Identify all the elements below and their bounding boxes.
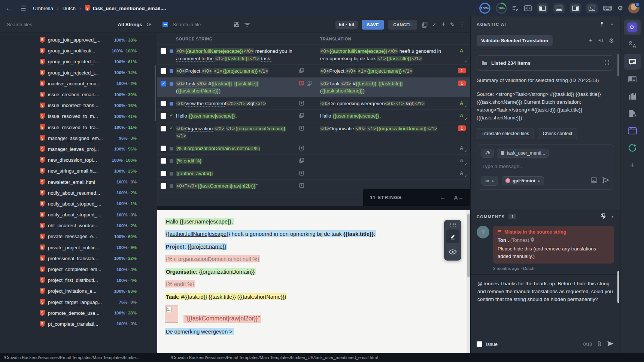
agentic-ai-tab[interactable]: ⟳ xyxy=(624,19,641,35)
file-list-item[interactable]: 5notify_about_stopped_...100%·0% xyxy=(0,209,157,220)
expand-icon[interactable] xyxy=(605,60,609,66)
select-all-checkbox[interactable] xyxy=(162,22,168,27)
console-button[interactable] xyxy=(586,3,598,13)
source-string-cell[interactable]: {% if organizationDomain is not null %} xyxy=(176,145,299,152)
preview-scrollbar-track[interactable] xyxy=(467,210,470,353)
issue-checkbox[interactable] xyxy=(477,341,482,347)
file-list-item[interactable]: 5project_completed_em...100%·4% xyxy=(0,264,157,275)
filter-icon[interactable] xyxy=(244,22,250,27)
proofread-icon[interactable] xyxy=(512,5,519,11)
side-by-side-view-icon[interactable] xyxy=(524,5,532,11)
ai-assist-tab[interactable] xyxy=(624,140,641,156)
save-button[interactable]: SAVE xyxy=(362,20,384,30)
ai-action-dropdown[interactable]: Validate Selected Translation xyxy=(477,35,553,46)
translation-cell[interactable]: <0>Taak:</0> #{{task.id}} {{task.title}}… xyxy=(320,80,453,95)
context-mode-dropdown[interactable]: ∞ ▲ xyxy=(482,176,498,186)
source-string-cell[interactable]: <0>View the Comment</0><1> &gt;</1> xyxy=(176,100,299,107)
issues-count-badge[interactable]: 1 xyxy=(458,80,466,86)
commenter-name[interactable]: Ton . xyxy=(498,237,509,243)
source-string-cell[interactable]: Hello {{user.name|escape}}, xyxy=(176,112,299,120)
file-list-item[interactable]: 5issue_creation_email....100%·39% xyxy=(0,89,157,100)
file-list-item[interactable]: 5promote_demote_use...100%·38% xyxy=(0,308,157,319)
file-info-tab[interactable]: i xyxy=(624,106,641,121)
source-string-cell[interactable]: <0>Task:</0> #{{task.id}} {{task.title}}… xyxy=(176,80,299,95)
comments-scrollbar[interactable] xyxy=(617,271,619,303)
add-string-icon[interactable]: + xyxy=(441,21,446,28)
listed-items-card[interactable]: Listed 234 items xyxy=(477,55,614,71)
layout-right-panel-button[interactable] xyxy=(570,3,581,13)
file-list-item[interactable]: 5issue_resolved_to_tra...100%·11% xyxy=(0,122,157,133)
translation-cell[interactable]: <0>De opmerking weergeven</0><1> &gt;</1… xyxy=(320,100,453,107)
edit-icon[interactable]: ✎ xyxy=(450,21,455,28)
highlight-mode-button[interactable] xyxy=(446,229,459,243)
source-string-cell[interactable]: <0>{{author.fullName|escape}}</0> mentio… xyxy=(176,48,299,62)
pin-icon[interactable] xyxy=(599,21,604,28)
custom-panel-tab[interactable] xyxy=(624,123,641,139)
string-row[interactable]: <0>Project:</0> <1>{{project.name}}</1><… xyxy=(157,65,470,77)
translated-progress-ring[interactable]: 100% xyxy=(479,3,490,14)
source-string-cell[interactable]: {{author_avatar}} xyxy=(176,170,299,177)
add-panel-tab[interactable]: + xyxy=(624,157,641,173)
translation-cell[interactable]: <0>Organisatie:</0> <1>{{organizationDom… xyxy=(320,125,453,140)
settings-gear-icon[interactable]: ⚙ xyxy=(617,4,623,12)
translation-cell[interactable] xyxy=(320,170,453,177)
check-context-button[interactable]: Check context xyxy=(538,128,577,139)
file-list-scrollbar[interactable] xyxy=(155,65,156,121)
source-string-cell[interactable]: <0>Project:</0> <1>{{project.name}}</1> xyxy=(176,67,299,75)
send-message-icon[interactable] xyxy=(602,177,609,185)
collapse-panel-icon[interactable]: ▼ xyxy=(610,23,614,26)
translate-selected-files-button[interactable]: Translate selected files xyxy=(477,128,534,139)
translation-cell[interactable]: <0>{{author.fullName|escape}}</0> heeft … xyxy=(320,48,453,62)
history-icon[interactable]: ⟲ xyxy=(598,37,603,44)
file-list-item[interactable]: 5issue_resolved_to_m...100%·41% xyxy=(0,111,157,122)
preview-text[interactable]: De opmerking weergeven > xyxy=(166,329,233,335)
collapse-comments-icon[interactable]: ▼ xyxy=(611,215,614,219)
source-string-cell[interactable]: <0>"</0>{{taskComment|raw|nl2br}}" xyxy=(176,182,299,190)
drag-handle-icon[interactable] xyxy=(449,223,456,226)
file-list-item[interactable]: 5group_join_rejected_t...100%·61% xyxy=(0,56,157,67)
message-input[interactable]: Type a message... xyxy=(482,164,608,169)
translation-cell[interactable] xyxy=(320,145,453,152)
row-checkbox[interactable] xyxy=(161,68,166,74)
keyboard-shortcuts-icon[interactable]: ⌨ xyxy=(603,4,612,12)
file-list-item[interactable]: 5notify_about_stopped_...100%·1% xyxy=(0,198,157,209)
file-list-item[interactable]: 5issue_incorrect_trans...100%·16% xyxy=(0,100,157,111)
row-checkbox[interactable] xyxy=(161,101,166,106)
preview-scrollbar-thumb[interactable] xyxy=(467,214,470,277)
more-options-icon[interactable]: ⋮ xyxy=(459,21,465,28)
strings-filter-dropdown[interactable]: All Strings xyxy=(118,22,142,27)
preview-visibility-button[interactable] xyxy=(446,245,459,259)
string-row[interactable]: ✓<0>Task:</0> #{{task.id}} {{task.title}… xyxy=(157,77,470,97)
context-tab[interactable] xyxy=(624,71,641,87)
breadcrumb-language[interactable]: Dutch xyxy=(63,6,76,11)
submit-comment-icon[interactable] xyxy=(607,341,614,348)
string-row[interactable]: {% endif %}A✓ xyxy=(157,155,470,167)
translation-cell[interactable] xyxy=(320,157,453,165)
menu-icon[interactable]: ☰ xyxy=(19,4,28,12)
row-checkbox[interactable] xyxy=(161,183,166,189)
reply-draft-text[interactable]: @Tonnes Thanks for the heads-up. Before … xyxy=(471,275,620,309)
previous-string-icon[interactable]: ← xyxy=(440,194,446,201)
issues-count-badge[interactable]: 1 xyxy=(458,68,466,73)
layout-left-panel-button[interactable] xyxy=(537,3,548,13)
file-list-item[interactable]: 5group_join_rejected_t...100%·14% xyxy=(0,67,157,78)
file-list-item[interactable]: 5inactive_account_ema...100%·2% xyxy=(0,78,157,89)
row-checkbox[interactable] xyxy=(161,113,166,119)
preview-text[interactable]: {{project.name}} xyxy=(188,243,226,249)
preview-text[interactable]: {{author.fullName|escape}} xyxy=(166,231,230,237)
row-checkbox[interactable] xyxy=(161,48,166,54)
string-row[interactable]: <0>View the Comment</0><1> &gt;</1><0>De… xyxy=(157,97,470,110)
file-list-item[interactable]: 5pt_complete_translati...100%·0% xyxy=(0,319,157,329)
file-list-item[interactable]: 5oht_incorrect_wordco...100%·2% xyxy=(0,220,157,231)
copy-source-icon[interactable] xyxy=(422,22,428,28)
layout-bottom-panel-button[interactable] xyxy=(553,3,565,13)
file-list-item[interactable]: 5project_invitations_e...100%·83% xyxy=(0,286,157,296)
string-row[interactable]: {% if organizationDomain is not null %}A… xyxy=(157,142,470,155)
approve-icon[interactable]: ✓ xyxy=(432,21,437,28)
file-list-item[interactable]: 5private_messages_e...100%·60% xyxy=(0,231,157,242)
model-selector-dropdown[interactable]: gpt-5-mini ▲ xyxy=(502,176,544,185)
translation-cell[interactable]: <0>Project:</0> <1>{{project.name}}</1> xyxy=(320,67,453,75)
cancel-button[interactable]: CANCEL xyxy=(388,20,417,30)
attach-file-icon[interactable] xyxy=(597,341,602,348)
source-string-cell[interactable]: <0>Organization:</0> <1>{{organizationDo… xyxy=(176,125,299,140)
